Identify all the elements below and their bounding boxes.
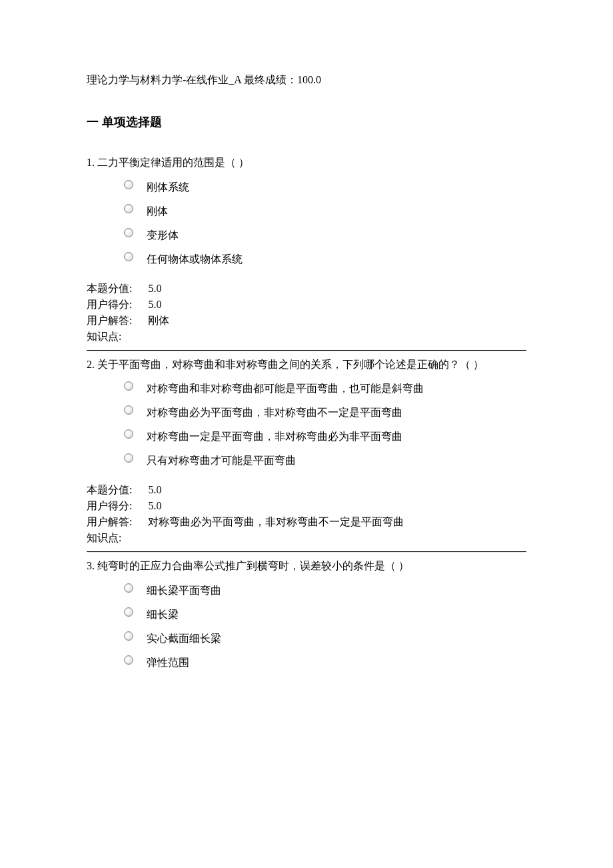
radio-icon[interactable] <box>124 180 133 189</box>
meta-value: 刚体 <box>148 313 169 329</box>
option-label: 对称弯曲和非对称弯曲都可能是平面弯曲，也可能是斜弯曲 <box>147 381 424 397</box>
meta-value <box>132 482 148 498</box>
meta-knowledge-point: 知识点: <box>87 530 526 546</box>
meta-label: 用户解答: <box>87 313 132 329</box>
question-number: 2. <box>87 359 95 370</box>
meta-value: 5.0 <box>148 498 161 514</box>
option-row[interactable]: 刚体 <box>124 203 526 219</box>
radio-icon[interactable] <box>124 655 133 665</box>
option-row[interactable]: 刚体系统 <box>124 179 526 195</box>
meta-block: 本题分值: 5.0 用户得分: 5.0 用户解答: 刚体 知识点: <box>87 281 526 345</box>
meta-user-answer: 用户解答: 对称弯曲必为平面弯曲，非对称弯曲不一定是平面弯曲 <box>87 514 526 530</box>
meta-value: 5.0 <box>148 297 161 313</box>
radio-icon[interactable] <box>124 583 133 593</box>
question-body: 纯弯时的正应力合曲率公式推广到横弯时，误差较小的条件是（ ） <box>97 560 409 571</box>
meta-user-score: 用户得分: 5.0 <box>87 297 526 313</box>
question-text: 2. 关于平面弯曲，对称弯曲和非对称弯曲之间的关系，下列哪个论述是正确的？（ ） <box>87 356 526 373</box>
meta-value <box>132 514 148 530</box>
option-row[interactable]: 变形体 <box>124 227 526 243</box>
meta-value: 5.0 <box>148 281 161 297</box>
meta-user-score: 用户得分: 5.0 <box>87 498 526 514</box>
page: 理论力学与材料力学-在线作业_A 最终成绩：100.0 一 单项选择题 1. 二… <box>0 0 613 705</box>
option-label: 对称弯曲必为平面弯曲，非对称弯曲不一定是平面弯曲 <box>147 405 402 421</box>
radio-icon[interactable] <box>124 381 133 391</box>
option-row[interactable]: 细长梁 <box>124 607 526 623</box>
radio-icon[interactable] <box>124 607 133 617</box>
option-label: 弹性范围 <box>147 655 189 671</box>
question-number: 1. <box>87 157 95 168</box>
option-row[interactable]: 任何物体或物体系统 <box>124 251 526 267</box>
option-label: 细长梁 <box>147 607 179 623</box>
meta-label: 用户解答: <box>87 514 132 530</box>
option-row[interactable]: 细长梁平面弯曲 <box>124 583 526 599</box>
option-row[interactable]: 对称弯曲和非对称弯曲都可能是平面弯曲，也可能是斜弯曲 <box>124 381 526 397</box>
assignment-header: 理论力学与材料力学-在线作业_A 最终成绩：100.0 <box>87 72 526 88</box>
option-label: 实心截面细长梁 <box>147 631 221 647</box>
radio-icon[interactable] <box>124 204 133 213</box>
meta-value <box>132 313 148 329</box>
radio-icon[interactable] <box>124 429 133 439</box>
option-label: 刚体系统 <box>147 179 189 195</box>
radio-icon[interactable] <box>124 631 133 641</box>
meta-value <box>132 281 148 297</box>
question-body: 二力平衡定律适用的范围是（ ） <box>97 157 249 168</box>
option-row[interactable]: 弹性范围 <box>124 655 526 671</box>
option-row[interactable]: 对称弯曲一定是平面弯曲，非对称弯曲必为非平面弯曲 <box>124 429 526 445</box>
question-2: 2. 关于平面弯曲，对称弯曲和非对称弯曲之间的关系，下列哪个论述是正确的？（ ）… <box>87 356 526 547</box>
meta-label: 本题分值: <box>87 482 132 498</box>
options-list: 对称弯曲和非对称弯曲都可能是平面弯曲，也可能是斜弯曲 对称弯曲必为平面弯曲，非对… <box>124 381 526 469</box>
option-label: 任何物体或物体系统 <box>147 251 243 267</box>
option-label: 变形体 <box>147 227 179 243</box>
options-list: 细长梁平面弯曲 细长梁 实心截面细长梁 弹性范围 <box>124 583 526 671</box>
meta-label: 知识点: <box>87 329 121 345</box>
section-title: 一 单项选择题 <box>87 113 526 131</box>
option-row[interactable]: 只有对称弯曲才可能是平面弯曲 <box>124 453 526 469</box>
meta-knowledge-point: 知识点: <box>87 329 526 345</box>
radio-icon[interactable] <box>124 228 133 237</box>
radio-icon[interactable] <box>124 252 133 261</box>
option-label: 细长梁平面弯曲 <box>147 583 221 599</box>
meta-score: 本题分值: 5.0 <box>87 281 526 297</box>
meta-value <box>132 297 148 313</box>
meta-value: 对称弯曲必为平面弯曲，非对称弯曲不一定是平面弯曲 <box>148 514 404 530</box>
question-body: 关于平面弯曲，对称弯曲和非对称弯曲之间的关系，下列哪个论述是正确的？（ ） <box>97 359 484 370</box>
option-row[interactable]: 实心截面细长梁 <box>124 631 526 647</box>
question-number: 3. <box>87 560 95 571</box>
divider <box>87 551 526 552</box>
meta-value <box>132 498 148 514</box>
meta-score: 本题分值: 5.0 <box>87 482 526 498</box>
option-label: 只有对称弯曲才可能是平面弯曲 <box>147 453 296 469</box>
question-1: 1. 二力平衡定律适用的范围是（ ） 刚体系统 刚体 变形体 任何物体或物体系统 <box>87 154 526 345</box>
radio-icon[interactable] <box>124 453 133 463</box>
meta-label: 用户得分: <box>87 297 132 313</box>
question-text: 1. 二力平衡定律适用的范围是（ ） <box>87 154 526 171</box>
question-text: 3. 纯弯时的正应力合曲率公式推广到横弯时，误差较小的条件是（ ） <box>87 557 526 575</box>
meta-user-answer: 用户解答: 刚体 <box>87 313 526 329</box>
radio-icon[interactable] <box>124 405 133 415</box>
meta-label: 本题分值: <box>87 281 132 297</box>
question-3: 3. 纯弯时的正应力合曲率公式推广到横弯时，误差较小的条件是（ ） 细长梁平面弯… <box>87 557 526 671</box>
option-row[interactable]: 对称弯曲必为平面弯曲，非对称弯曲不一定是平面弯曲 <box>124 405 526 421</box>
meta-block: 本题分值: 5.0 用户得分: 5.0 用户解答: 对称弯曲必为平面弯曲，非对称… <box>87 482 526 546</box>
option-label: 刚体 <box>147 203 168 219</box>
meta-value: 5.0 <box>148 482 161 498</box>
meta-label: 用户得分: <box>87 498 132 514</box>
option-label: 对称弯曲一定是平面弯曲，非对称弯曲必为非平面弯曲 <box>147 429 402 445</box>
meta-label: 知识点: <box>87 530 121 546</box>
options-list: 刚体系统 刚体 变形体 任何物体或物体系统 <box>124 179 526 267</box>
divider <box>87 350 526 351</box>
